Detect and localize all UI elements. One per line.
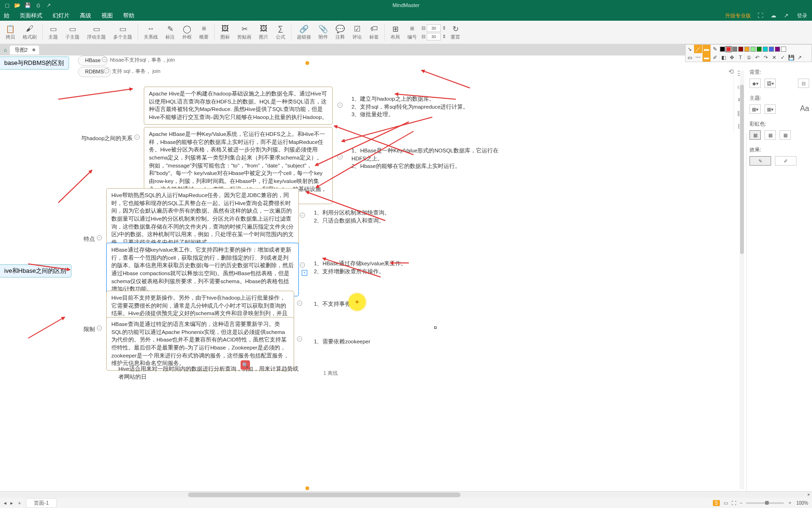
- marker-tool[interactable]: ▬: [703, 53, 711, 62]
- expander[interactable]: −: [300, 213, 305, 218]
- color-lgreen[interactable]: [750, 47, 756, 52]
- annotation-toolbar[interactable]: ↘ ／ ▬ ✎ ▭ 〰 ▬ ✐ ◧ ✥ T ① ↶ ↷ ✕ ✓ 💾 ↗: [685, 44, 812, 62]
- stepper-icon[interactable]: ⇕: [442, 25, 446, 31]
- block-hbase-limit[interactable]: HBase查询是通过特定的语言来编写的，这种语言需要重新学习。类SQL的功能可以…: [106, 317, 294, 371]
- node-rdbms-desc[interactable]: 支持 sql，事务， join: [112, 68, 160, 75]
- hscroll-thumb[interactable]: [188, 492, 461, 497]
- list-footer-pts[interactable]: 1 离线: [323, 370, 338, 377]
- ribbon-copy[interactable]: 📋拷贝: [3, 23, 18, 41]
- menu-start[interactable]: 始: [4, 12, 9, 20]
- scroll-right-icon[interactable]: ▸: [808, 492, 810, 497]
- ime-badge[interactable]: S: [713, 500, 720, 506]
- pen-tool[interactable]: ✎: [711, 45, 719, 53]
- redo-tool[interactable]: ↷: [762, 53, 770, 62]
- highlight-tool[interactable]: ▬: [703, 45, 711, 53]
- color-gray[interactable]: [732, 47, 737, 52]
- selection-handle[interactable]: [434, 326, 437, 329]
- menu-view[interactable]: 视图: [102, 12, 113, 20]
- rect-tool[interactable]: ▭: [686, 53, 694, 62]
- ribbon-note[interactable]: 💬注释: [333, 23, 348, 41]
- menu-advanced[interactable]: 高级: [80, 12, 91, 20]
- ribbon-summary[interactable]: ≡概要: [196, 23, 211, 41]
- line-tool[interactable]: ／: [694, 45, 703, 53]
- cloud-icon[interactable]: ☁: [771, 12, 777, 19]
- node-limits[interactable]: 限制: [84, 325, 95, 333]
- list-hive-feat-pts[interactable]: 1、利用分区机制来加快查询。 2、只适合数据插入和查询。: [314, 209, 398, 224]
- vscroll-thumb[interactable]: [740, 85, 744, 254]
- ribbon-reset[interactable]: ↻重置: [448, 23, 463, 41]
- rainbow-opt1[interactable]: ▦: [750, 130, 761, 140]
- ribbon-boundary[interactable]: ◯外框: [180, 23, 195, 41]
- close-tool[interactable]: ✕: [770, 53, 779, 62]
- ribbon-tag[interactable]: 🏷标签: [367, 23, 382, 41]
- vertical-scrollbar[interactable]: [740, 71, 744, 489]
- undo-tool[interactable]: ↶: [753, 53, 762, 62]
- add-page-icon[interactable]: ＋: [17, 500, 22, 507]
- menu-slides[interactable]: 幻灯片: [53, 12, 70, 20]
- ruler-handle-top[interactable]: [305, 61, 309, 65]
- root-hive-hbase-diff[interactable]: ive和Hbase之间的区别: [0, 264, 71, 278]
- block-footer[interactable]: Hive适合用来对一段时间内的数据进行分析查询，例如，用来计算趋势或者网站的日: [118, 365, 302, 381]
- rainbow-opt3[interactable]: ▦: [780, 130, 791, 140]
- node-features[interactable]: 特点: [84, 235, 95, 243]
- save-icon[interactable]: 💾: [24, 2, 31, 8]
- arrow-tool[interactable]: ↘: [686, 45, 694, 53]
- login-link[interactable]: 登录: [797, 12, 807, 19]
- check-tool[interactable]: ✓: [779, 53, 787, 62]
- expander[interactable]: −: [102, 57, 107, 62]
- upgrade-link[interactable]: 升级专业版: [725, 12, 751, 19]
- ruler-handle-bottom[interactable]: [305, 486, 309, 490]
- expander[interactable]: −: [337, 103, 343, 108]
- ribbon-comment[interactable]: ☑评论: [350, 23, 365, 41]
- new-icon[interactable]: ▢: [4, 2, 10, 8]
- height-input[interactable]: 30: [427, 33, 441, 40]
- save-tool[interactable]: 💾: [787, 53, 796, 62]
- expander[interactable]: −: [297, 301, 302, 306]
- node-hbase-desc[interactable]: hbsae不支持sql，事务，join: [110, 56, 175, 64]
- ribbon-formula[interactable]: ∑公式: [273, 23, 288, 41]
- bg-image-button[interactable]: 🖼▾: [765, 79, 776, 88]
- ribbon-subtopic[interactable]: ▭子主题: [62, 23, 82, 41]
- expander[interactable]: −: [104, 68, 109, 73]
- export-icon[interactable]: ↗: [45, 2, 52, 8]
- color-red[interactable]: [726, 47, 731, 52]
- color-orange[interactable]: [744, 47, 750, 52]
- bg-remove-button[interactable]: ⊟: [798, 79, 809, 88]
- page-tab[interactable]: 页面-1: [26, 498, 57, 508]
- root-rdbms-diff[interactable]: base与RDBMS的区别: [0, 56, 69, 70]
- move-tool[interactable]: ✥: [728, 53, 736, 62]
- search-badge-icon[interactable]: 🔍: [241, 360, 250, 370]
- block-hive-feat[interactable]: Hive帮助熟悉SQL的人运行MapReduce任务。因为它是JDBC兼容的，同…: [106, 188, 299, 250]
- zoom-slider[interactable]: [746, 502, 784, 504]
- theme-opt1[interactable]: ▦▾: [750, 104, 761, 114]
- ribbon-topic[interactable]: ▭主题: [46, 23, 61, 41]
- color-green[interactable]: [757, 47, 762, 52]
- ribbon-attach[interactable]: 📎附件: [316, 23, 331, 41]
- brush-tool[interactable]: ✐: [711, 53, 719, 62]
- expander[interactable]: −: [134, 135, 140, 140]
- list-hive-limit-pts[interactable]: 1、不支持事务: [314, 300, 351, 308]
- add-child-button[interactable]: +: [302, 270, 307, 276]
- ribbon-clipart[interactable]: ✂剪贴画: [234, 23, 254, 41]
- ribbon-image[interactable]: 🖼图片: [256, 23, 271, 41]
- expander[interactable]: −: [297, 336, 302, 341]
- fullscreen-icon[interactable]: ⛶: [757, 12, 764, 19]
- ribbon-callout[interactable]: ✎标注: [163, 23, 178, 41]
- ribbon-floating[interactable]: ▭浮动主题: [84, 23, 109, 41]
- color-black[interactable]: [720, 47, 725, 52]
- expander[interactable]: −: [300, 262, 305, 268]
- mindmap-canvas[interactable]: base与RDBMS的区别 ive和Hbase之间的区别 HBase − hbs…: [0, 56, 812, 491]
- node-hadoop-rel[interactable]: 与hadoop之间的关系: [81, 135, 133, 143]
- ribbon-format-painter[interactable]: 🖌格式刷: [20, 23, 39, 41]
- font-preview[interactable]: Aa: [800, 104, 809, 114]
- print-icon[interactable]: ⎙: [35, 2, 41, 8]
- share-icon[interactable]: ↗: [784, 12, 790, 19]
- eraser-tool[interactable]: ◧: [719, 53, 728, 62]
- color-purple[interactable]: [775, 47, 780, 52]
- export-tool[interactable]: ↗: [796, 53, 804, 62]
- document-tab[interactable]: 导图2: [10, 46, 39, 55]
- next-page-icon[interactable]: ▸: [10, 500, 13, 506]
- expander[interactable]: −: [97, 325, 102, 331]
- menu-help[interactable]: 帮助: [123, 12, 134, 20]
- effect-pen[interactable]: ✐: [775, 156, 796, 166]
